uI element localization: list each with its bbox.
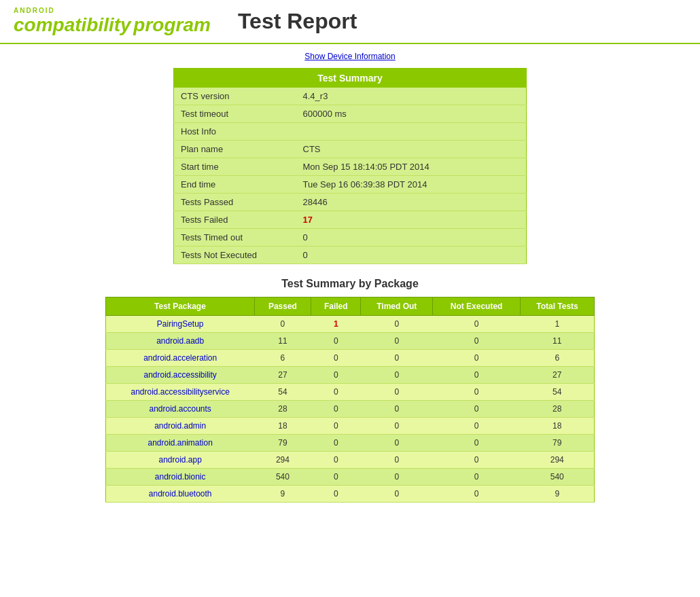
summary-row-label: Test timeout xyxy=(174,105,296,123)
logo-program: program xyxy=(133,14,211,35)
package-link[interactable]: android.admin xyxy=(154,421,206,431)
package-name-cell[interactable]: android.aadb xyxy=(106,333,255,350)
package-link[interactable]: android.animation xyxy=(147,438,212,448)
package-table-container: Test PackagePassedFailedTimed OutNot Exe… xyxy=(105,297,595,503)
package-summary-heading: Test Summary by Package xyxy=(0,278,700,290)
cell-total: 11 xyxy=(521,333,595,350)
summary-row: Tests Timed out0 xyxy=(174,229,527,247)
summary-row-value: 4.4_r3 xyxy=(296,88,527,105)
cell-passed: 6 xyxy=(254,350,311,367)
cell-total: 27 xyxy=(521,367,595,384)
cell-not_executed: 0 xyxy=(433,435,521,452)
cell-total: 28 xyxy=(521,401,595,418)
summary-row-label: Tests Passed xyxy=(174,194,296,211)
cell-timed_out: 0 xyxy=(361,435,433,452)
package-name-cell[interactable]: android.accessibilityservice xyxy=(106,384,255,401)
summary-row-value: 0 xyxy=(296,229,527,247)
device-info-link[interactable]: Show Device Information xyxy=(304,52,395,61)
table-row: android.animation7900079 xyxy=(106,435,595,452)
package-name-cell[interactable]: PairingSetup xyxy=(106,316,255,333)
package-link[interactable]: android.app xyxy=(158,455,201,465)
table-row: android.bionic540000540 xyxy=(106,469,595,486)
logo-container: ANDROID compatibility program xyxy=(14,7,211,36)
package-col-header: Test Package xyxy=(106,297,255,316)
cell-timed_out: 0 xyxy=(361,384,433,401)
cell-total: 79 xyxy=(521,435,595,452)
package-table: Test PackagePassedFailedTimed OutNot Exe… xyxy=(105,297,595,503)
cell-not_executed: 0 xyxy=(433,418,521,435)
cell-failed: 0 xyxy=(311,469,361,486)
table-row: android.app294000294 xyxy=(106,452,595,469)
package-name-cell[interactable]: android.bluetooth xyxy=(106,486,255,503)
cell-not_executed: 0 xyxy=(433,401,521,418)
package-name-cell[interactable]: android.animation xyxy=(106,435,255,452)
cell-total: 9 xyxy=(521,486,595,503)
package-link[interactable]: android.acceleration xyxy=(143,353,217,363)
package-name-cell[interactable]: android.app xyxy=(106,452,255,469)
cell-passed: 79 xyxy=(254,435,311,452)
cell-timed_out: 0 xyxy=(361,469,433,486)
package-link[interactable]: android.aadb xyxy=(156,336,204,346)
cell-failed: 0 xyxy=(311,367,361,384)
table-row: android.acceleration60006 xyxy=(106,350,595,367)
summary-row-label: Plan name xyxy=(174,141,296,158)
cell-failed: 1 xyxy=(311,316,361,333)
package-link[interactable]: android.bionic xyxy=(155,472,206,482)
package-link[interactable]: android.accessibilityservice xyxy=(130,387,229,397)
cell-failed: 0 xyxy=(311,333,361,350)
package-name-cell[interactable]: android.accessibility xyxy=(106,367,255,384)
test-summary-container: Test Summary CTS version4.4_r3Test timeo… xyxy=(173,68,527,264)
summary-row-value: 0 xyxy=(296,247,527,264)
summary-row-value: Tue Sep 16 06:39:38 PDT 2014 xyxy=(296,176,527,194)
table-row: PairingSetup01001 xyxy=(106,316,595,333)
summary-row-value: 600000 ms xyxy=(296,105,527,123)
summary-row-label: CTS version xyxy=(174,88,296,105)
cell-passed: 0 xyxy=(254,316,311,333)
summary-row: Tests Passed28446 xyxy=(174,194,527,211)
cell-not_executed: 0 xyxy=(433,469,521,486)
package-link[interactable]: android.accounts xyxy=(149,404,211,414)
cell-failed: 0 xyxy=(311,452,361,469)
cell-failed: 0 xyxy=(311,435,361,452)
cell-passed: 18 xyxy=(254,418,311,435)
cell-total: 294 xyxy=(521,452,595,469)
summary-row-value: 17 xyxy=(296,211,527,229)
cell-timed_out: 0 xyxy=(361,367,433,384)
cell-passed: 294 xyxy=(254,452,311,469)
package-name-cell[interactable]: android.bionic xyxy=(106,469,255,486)
package-name-cell[interactable]: android.admin xyxy=(106,418,255,435)
table-row: android.admin1800018 xyxy=(106,418,595,435)
summary-row-label: Start time xyxy=(174,158,296,176)
cell-passed: 9 xyxy=(254,486,311,503)
package-name-cell[interactable]: android.acceleration xyxy=(106,350,255,367)
package-col-header: Total Tests xyxy=(521,297,595,316)
cell-not_executed: 0 xyxy=(433,367,521,384)
summary-row-label: Tests Timed out xyxy=(174,229,296,247)
package-link[interactable]: android.accessibility xyxy=(143,370,216,380)
summary-row-value: Mon Sep 15 18:14:05 PDT 2014 xyxy=(296,158,527,176)
cell-not_executed: 0 xyxy=(433,384,521,401)
summary-row: Start timeMon Sep 15 18:14:05 PDT 2014 xyxy=(174,158,527,176)
cell-total: 1 xyxy=(521,316,595,333)
package-col-header: Failed xyxy=(311,297,361,316)
cell-failed: 0 xyxy=(311,384,361,401)
table-row: android.accessibility2700027 xyxy=(106,367,595,384)
page-title: Test Report xyxy=(238,9,357,34)
package-link[interactable]: android.bluetooth xyxy=(149,489,212,499)
summary-row-label: Tests Not Executed xyxy=(174,247,296,264)
cell-failed: 0 xyxy=(311,401,361,418)
cell-passed: 27 xyxy=(254,367,311,384)
summary-row: Tests Not Executed0 xyxy=(174,247,527,264)
cell-passed: 11 xyxy=(254,333,311,350)
cell-total: 6 xyxy=(521,350,595,367)
package-name-cell[interactable]: android.accounts xyxy=(106,401,255,418)
summary-row-label: Tests Failed xyxy=(174,211,296,229)
package-link[interactable]: PairingSetup xyxy=(157,319,204,329)
cell-not_executed: 0 xyxy=(433,452,521,469)
summary-row: Tests Failed17 xyxy=(174,211,527,229)
logo-compat-text: compatibility program xyxy=(14,14,211,36)
cell-passed: 54 xyxy=(254,384,311,401)
cell-timed_out: 0 xyxy=(361,316,433,333)
table-row: android.accessibilityservice5400054 xyxy=(106,384,595,401)
cell-not_executed: 0 xyxy=(433,316,521,333)
